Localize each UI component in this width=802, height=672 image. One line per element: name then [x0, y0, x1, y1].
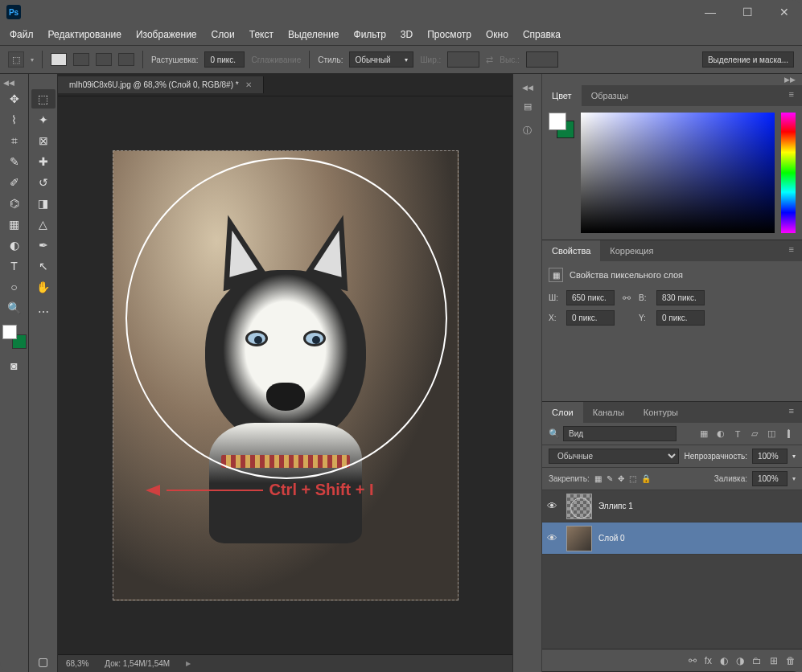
blend-mode-select[interactable]: Обычные	[549, 449, 679, 464]
close-button[interactable]: ✕	[773, 6, 796, 18]
new-layer-icon[interactable]: ⊞	[770, 655, 778, 666]
gradient-tool-icon[interactable]: ▦	[2, 215, 27, 234]
filter-adjust-icon[interactable]: ◐	[714, 427, 728, 441]
tab-layers[interactable]: Слои	[542, 402, 583, 423]
y-prop-input[interactable]: 0 пикс.	[656, 310, 705, 326]
crop-tool-icon[interactable]: ⌗	[2, 131, 27, 150]
fill-input[interactable]: 100%	[752, 471, 788, 486]
collapse-panel-icon[interactable]: ◀◀	[513, 82, 541, 93]
layer-name[interactable]: Слой 0	[598, 534, 625, 543]
dots-tool-icon[interactable]: ⋯	[31, 302, 56, 322]
layers-panel-menu-icon[interactable]: ≡	[781, 402, 802, 423]
canvas[interactable]: Ctrl + Shift + I	[113, 150, 459, 600]
minimize-button[interactable]: —	[699, 6, 722, 18]
x-prop-input[interactable]: 0 пикс.	[566, 310, 615, 326]
wand-tool-icon[interactable]: ✦	[31, 110, 56, 129]
healing-tool-icon[interactable]: ✚	[31, 152, 56, 171]
select-and-mask-button[interactable]: Выделение и маска...	[702, 51, 794, 68]
height-prop-input[interactable]: 830 пикс.	[656, 290, 705, 305]
color-field[interactable]	[581, 113, 775, 233]
selection-intersect-icon[interactable]	[118, 53, 134, 66]
menu-filter[interactable]: Фильтр	[348, 26, 393, 43]
style-select[interactable]: Обычный ▾	[349, 51, 413, 68]
tab-properties[interactable]: Свойства	[542, 240, 600, 261]
eraser-tool-icon[interactable]: ◨	[31, 194, 56, 213]
menu-file[interactable]: Файл	[3, 26, 40, 43]
opacity-input[interactable]: 100%	[752, 449, 788, 464]
tab-swatches[interactable]: Образцы	[582, 85, 638, 106]
lock-all-icon[interactable]: ▦	[594, 474, 602, 483]
hand-tool-icon[interactable]: ✋	[31, 277, 56, 297]
blur-tool-icon[interactable]: △	[31, 215, 56, 234]
lock-pixels-icon[interactable]: ✎	[607, 474, 613, 483]
filter-shape-icon[interactable]: ▱	[747, 427, 762, 441]
lock-position-icon[interactable]: ✥	[618, 474, 624, 483]
delete-layer-icon[interactable]: 🗑	[786, 655, 796, 666]
filter-smart-icon[interactable]: ◫	[764, 427, 779, 441]
brush-tool-icon[interactable]: ✐	[2, 173, 27, 192]
tab-channels[interactable]: Каналы	[583, 402, 634, 423]
color-panel-swatches[interactable]	[549, 113, 574, 138]
visibility-icon[interactable]: 👁	[547, 500, 560, 512]
collapse-right-icon[interactable]: ▶▶	[542, 74, 802, 85]
tab-close-icon[interactable]: ✕	[245, 80, 252, 89]
selection-new-icon[interactable]	[51, 53, 67, 66]
layer-thumbnail[interactable]	[566, 526, 592, 551]
eyedropper-tool-icon[interactable]: ✎	[2, 152, 27, 171]
layer-filter-select[interactable]	[563, 426, 677, 441]
lock-artboard-icon[interactable]: ⬚	[629, 474, 636, 483]
lock-icon[interactable]: 🔒	[641, 474, 651, 483]
dodge-tool-icon[interactable]: ◐	[2, 236, 27, 255]
menu-select[interactable]: Выделение	[282, 26, 346, 43]
stamp-tool-icon[interactable]: ⌬	[2, 194, 27, 213]
pen-tool-icon[interactable]: ✒	[31, 236, 56, 255]
menu-type[interactable]: Текст	[243, 26, 280, 43]
new-fill-icon[interactable]: ◑	[736, 655, 744, 666]
screenmode-icon[interactable]: ▢	[31, 652, 56, 671]
path-select-tool-icon[interactable]: ↖	[31, 256, 56, 276]
tool-preset-icon[interactable]: ⬚	[8, 51, 24, 68]
maximize-button[interactable]: ☐	[736, 6, 759, 18]
hue-slider[interactable]	[781, 113, 796, 233]
width-prop-input[interactable]: 650 пикс.	[566, 290, 615, 305]
layer-row[interactable]: 👁 Слой 0	[542, 522, 802, 555]
tab-color[interactable]: Цвет	[542, 85, 582, 106]
doc-size[interactable]: Док: 1,54M/1,54M	[105, 659, 170, 668]
link-wh-icon[interactable]: ⚯	[619, 293, 634, 304]
lasso-tool-icon[interactable]: ⌇	[2, 110, 27, 129]
selection-add-icon[interactable]	[73, 53, 89, 66]
document-tab[interactable]: mIh09iC8x6U.jpg @ 68,3% (Слой 0, RGB/8#)…	[58, 76, 264, 93]
marquee-tool-icon[interactable]: ⬚	[31, 89, 56, 109]
filter-pixel-icon[interactable]: ▦	[697, 427, 711, 441]
zoom-tool-icon[interactable]: 🔍	[2, 298, 27, 318]
layer-thumbnail[interactable]	[566, 494, 592, 519]
layer-name[interactable]: Эллипс 1	[598, 502, 633, 510]
type-tool-icon[interactable]: T	[2, 256, 27, 276]
menu-help[interactable]: Справка	[516, 26, 567, 43]
menu-image[interactable]: Изображение	[130, 26, 204, 43]
collapse-tools-icon[interactable]: ◀◀	[0, 77, 28, 88]
layer-fx-icon[interactable]: fx	[705, 655, 712, 666]
new-group-icon[interactable]: 🗀	[752, 655, 762, 666]
info-panel-icon[interactable]: ⓘ	[516, 119, 539, 141]
move-tool-icon[interactable]: ✥	[2, 89, 27, 109]
history-panel-icon[interactable]: ▤	[516, 95, 539, 117]
quickmask-icon[interactable]: ◙	[2, 356, 27, 375]
color-panel-menu-icon[interactable]: ≡	[781, 85, 802, 106]
history-brush-tool-icon[interactable]: ↺	[31, 173, 56, 192]
tab-paths[interactable]: Контуры	[634, 402, 688, 423]
menu-window[interactable]: Окно	[479, 26, 515, 43]
layer-mask-icon[interactable]: ◐	[720, 655, 728, 666]
feather-input[interactable]: 0 пикс.	[204, 51, 245, 68]
menu-edit[interactable]: Редактирование	[42, 26, 128, 43]
zoom-level[interactable]: 68,3%	[66, 659, 88, 668]
filter-toggle-icon[interactable]: ⏽	[781, 427, 796, 441]
tab-adjustments[interactable]: Коррекция	[600, 240, 663, 261]
color-swatches[interactable]	[2, 325, 27, 349]
frame-tool-icon[interactable]: ⊠	[31, 131, 56, 150]
ellipse-shape-tool-icon[interactable]: ○	[2, 277, 27, 297]
menu-view[interactable]: Просмотр	[421, 26, 478, 43]
menu-layer[interactable]: Слои	[205, 26, 241, 43]
selection-subtract-icon[interactable]	[96, 53, 112, 66]
layer-row[interactable]: 👁 Эллипс 1	[542, 490, 802, 522]
